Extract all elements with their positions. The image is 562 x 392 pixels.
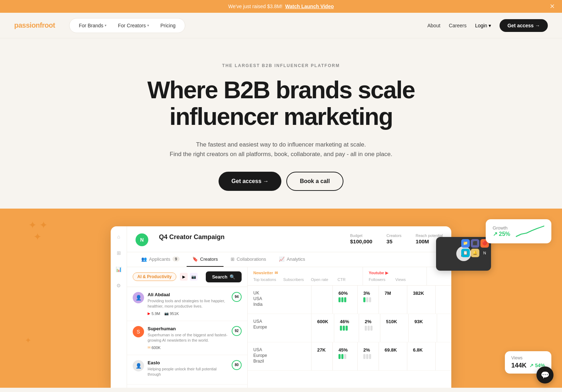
app-icon-yellow: 🔔 — [471, 249, 479, 257]
nav-item-pricing[interactable]: Pricing — [155, 21, 181, 31]
sidebar-grid-icon[interactable]: ⊞ — [114, 248, 124, 258]
views-label: Views — [511, 355, 545, 360]
table-row: USA Europe 600K 46% — [248, 314, 451, 342]
filter-header: AI & Productivity Top locations ▶ 📷 Sear… — [127, 267, 247, 287]
app-icon-purple: ⬛ — [471, 239, 479, 248]
creators-table: AI & Productivity Top locations ▶ 📷 Sear… — [127, 267, 451, 388]
decorative-stars: ✦ ✦✦ — [28, 219, 48, 243]
location-list: UK USA India — [253, 291, 305, 307]
col-yt-followers: Followers — [369, 277, 388, 282]
col-ctr: CTR — [337, 277, 357, 282]
tab-collaborations[interactable]: ⊞ Collaborations — [225, 252, 272, 267]
subscribers-cell-3: 27K — [312, 342, 333, 370]
creator-score-badge: 92 — [232, 326, 242, 336]
metrics-panel: Newsletter ✉ Top locations Subscribers O… — [248, 267, 451, 388]
search-button[interactable]: Search 🔍 — [206, 271, 242, 282]
table-body: UK USA India 60% — [248, 286, 451, 388]
chevron-down-icon: ▾ — [489, 23, 491, 28]
sidebar-home-icon[interactable]: ⌂ — [114, 231, 124, 242]
ctr-bar — [363, 297, 373, 302]
newsletter-icon: ✉ — [148, 346, 150, 349]
ai-filter-badge[interactable]: AI & Productivity — [133, 272, 176, 281]
ig-icon: 📷 — [164, 311, 169, 315]
app-icon-blue: 📁 — [461, 239, 470, 248]
yt-icon: ▶ — [148, 311, 150, 315]
instagram-icon[interactable]: 📷 — [190, 273, 198, 281]
col-top-locations: Top locations — [253, 277, 276, 282]
nav-link-careers[interactable]: Careers — [449, 23, 467, 28]
chart-icon: 📈 — [279, 256, 285, 262]
location-list: USA Europe Brazil — [253, 347, 305, 364]
growth-float-card: Growth ↗ 25% — [486, 219, 551, 243]
nav-link-about[interactable]: About — [428, 23, 441, 28]
nav-get-access-button[interactable]: Get access → — [500, 19, 548, 32]
hero-cta-group: Get access → Book a call — [146, 172, 416, 191]
dashboard-window: ⌂ ⊞ 📊 ⚙ N Q4 Creator Campaign Budget $10… — [111, 226, 451, 388]
nav-item-for-brands[interactable]: For Brands ▾ — [74, 21, 111, 31]
youtube-icon: ▶ — [385, 271, 388, 275]
table-header: Newsletter ✉ Top locations Subscribers O… — [248, 267, 451, 286]
open-rate-bar — [338, 354, 352, 359]
hero-title: Where B2B brands scale influencer market… — [146, 77, 416, 130]
col-open-rate: Open rate — [311, 277, 330, 282]
sidebar-chart-icon[interactable]: 📊 — [114, 264, 124, 275]
announcement-banner: We've just raised $3.8M! Watch Launch Vi… — [0, 0, 562, 13]
sidebar-settings-icon[interactable]: ⚙ — [114, 280, 124, 291]
hero-section: THE LARGEST B2B INFLUENCER PLATFORM Wher… — [139, 38, 423, 209]
tab-analytics[interactable]: 📈 Analytics — [273, 252, 311, 267]
users-icon: 👥 — [141, 256, 147, 262]
platform-icons: ▶ 📷 — [180, 273, 198, 281]
dashboard-sidebar: ⌂ ⊞ 📊 ⚙ — [111, 226, 127, 388]
creator-avatar: S — [133, 326, 144, 337]
newsletter-icon: ✉ — [275, 271, 278, 275]
nav-right-menu: About Careers Login ▾ Get access → — [428, 19, 548, 32]
newsletter-metric: ✉ 600K — [148, 346, 161, 350]
subscribers-cell-2: 600K — [312, 314, 334, 342]
campaign-stats: Budget $100,000 Creators 35 Reach potent… — [350, 233, 443, 244]
dashboard-main: N Q4 Creator Campaign Budget $100,000 Cr… — [127, 226, 451, 388]
nav-login-button[interactable]: Login ▾ — [475, 23, 491, 28]
open-rate-cell-3: 45% — [333, 342, 358, 370]
nav-item-for-creators[interactable]: For Creators ▾ — [113, 21, 154, 31]
tab-creators[interactable]: 🔖 Creators — [187, 252, 224, 267]
banner-close-button[interactable]: ✕ — [550, 2, 555, 10]
creator-name: Easlo — [148, 360, 228, 365]
col-yt-views: Views — [395, 277, 415, 282]
creator-row[interactable]: 👤 Easlo Helping people unlock their full… — [127, 355, 247, 385]
budget-stat: Budget $100,000 — [350, 233, 373, 244]
app-icon-dark: N — [480, 249, 489, 257]
location-list: USA Europe — [253, 319, 305, 330]
campaign-tabs: 👥 Applicants 9 🔖 Creators ⊞ Collaboratio… — [127, 252, 451, 267]
main-nav: passionfroot For Brands ▾ For Creators ▾… — [0, 13, 562, 38]
creator-info: Superhuman Superhuman is one of the bigg… — [148, 326, 228, 350]
yt-views-cell-1: 382K — [407, 286, 436, 314]
hero-subtitle: The fastest and easiest way to do influe… — [146, 140, 416, 159]
app-icon-teal: 📋 — [461, 249, 470, 257]
chat-button[interactable]: 💬 — [536, 366, 553, 383]
creator-list: AI & Productivity Top locations ▶ 📷 Sear… — [127, 267, 248, 388]
newsletter-data-cell-3: USA Europe Brazil — [248, 342, 312, 370]
video-thumbnail[interactable]: ▶ 📁 ⬛ 🔴 📋 🔔 N — [436, 237, 491, 271]
hero-book-call-button[interactable]: Book a call — [286, 172, 343, 191]
campaign-title-section: Q4 Creator Campaign — [159, 233, 340, 242]
nav-left-menu: For Brands ▾ For Creators ▾ Pricing — [69, 18, 185, 33]
tab-applicants[interactable]: 👥 Applicants 9 — [136, 252, 185, 267]
logo[interactable]: passionfroot — [14, 21, 55, 29]
open-rate-cell-2: 46% — [334, 314, 359, 342]
yt-views-cell-3: 6.8K — [407, 342, 436, 370]
youtube-label: Youtube ▶ — [369, 271, 421, 275]
table-row: USA Europe Brazil 27K 45% — [248, 342, 451, 371]
creator-row[interactable]: 👤 Ali Abdaal Providing tools and strateg… — [127, 287, 247, 321]
banner-link[interactable]: Watch Launch Video — [285, 4, 334, 9]
views-value: 144K — [511, 362, 527, 369]
hero-get-access-button[interactable]: Get access → — [219, 172, 281, 191]
chevron-down-icon: ▾ — [105, 23, 106, 27]
yt-followers-cell-1: 7M — [379, 286, 407, 314]
ctr-cell-2: 2% — [359, 314, 380, 342]
open-rate-bar — [340, 326, 353, 331]
youtube-icon[interactable]: ▶ — [180, 273, 188, 281]
growth-chart — [516, 224, 544, 238]
creator-desc: Helping people unlock their full potenti… — [148, 366, 228, 377]
creator-row[interactable]: S Superhuman Superhuman is one of the bi… — [127, 321, 247, 355]
creator-avatar: 👤 — [133, 360, 144, 371]
